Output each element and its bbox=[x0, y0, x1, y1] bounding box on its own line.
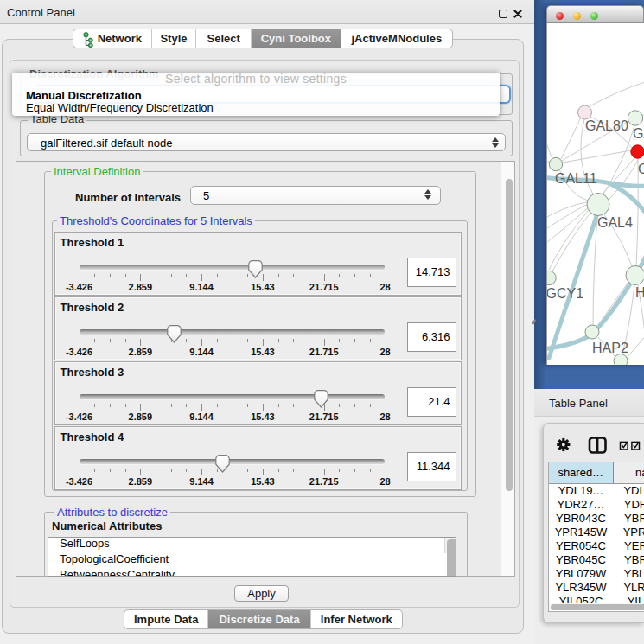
svg-text:GAL80: GAL80 bbox=[585, 118, 628, 133]
svg-text:HAP2: HAP2 bbox=[592, 341, 628, 355]
svg-text:GAL2: GAL2 bbox=[633, 126, 644, 141]
svg-text:GAL4: GAL4 bbox=[597, 215, 633, 230]
svg-text:GCY1: GCY1 bbox=[547, 286, 583, 301]
svg-text:GAL11: GAL11 bbox=[555, 171, 597, 186]
svg-text:CDC1: CDC1 bbox=[638, 162, 644, 176]
svg-text:HIS4: HIS4 bbox=[635, 285, 644, 300]
